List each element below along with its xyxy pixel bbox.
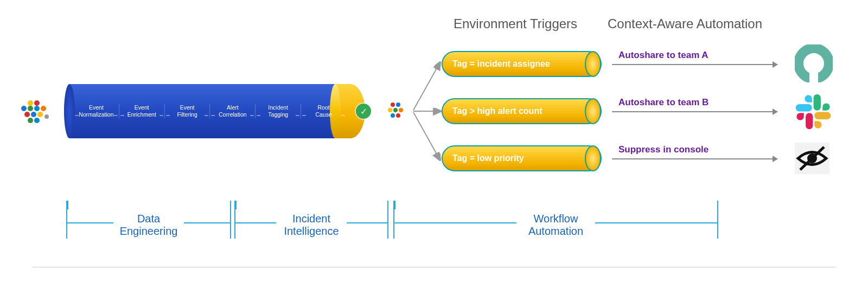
svg-point-9	[28, 118, 33, 123]
bracket-label: DataEngineering	[67, 213, 230, 238]
trigger-label: Tag = incident assignee	[452, 59, 550, 69]
pipeline-stage: EventNormalization	[74, 104, 119, 118]
action-arrow	[612, 158, 777, 159]
pipeline-stage: RootCause	[301, 104, 346, 118]
branch-arrows	[412, 52, 445, 171]
triggers-header: Environment Triggers	[454, 16, 577, 31]
bracket-incident-intelligence: IncidentIntelligence	[234, 201, 388, 239]
pipeline-stage: AlertCorrelation	[209, 104, 255, 118]
slack-icon	[795, 93, 832, 132]
eye-off-icon	[795, 143, 829, 176]
svg-point-17	[391, 113, 395, 118]
trigger-label: Tag > high alert count	[452, 106, 542, 116]
engineering-pipeline: EventNormalization EventEnrichment Event…	[64, 84, 346, 138]
action-label: Suppress in console	[618, 144, 765, 155]
svg-point-0	[28, 100, 33, 106]
svg-point-5	[41, 106, 46, 111]
action-arrow	[612, 111, 777, 112]
svg-point-6	[24, 112, 30, 117]
svg-point-18	[396, 113, 400, 118]
action-label: Autoshare to team A	[618, 50, 765, 61]
svg-point-16	[399, 108, 403, 112]
bigpanda-cluster-icon	[383, 98, 409, 124]
svg-point-11	[44, 114, 49, 119]
svg-point-15	[393, 108, 398, 112]
svg-point-12	[391, 103, 395, 107]
pipeline-stage: EventFiltering	[164, 104, 210, 118]
svg-point-14	[388, 108, 392, 112]
svg-point-10	[34, 118, 40, 123]
checkmark-icon: ✓	[356, 104, 371, 119]
svg-point-2	[21, 106, 27, 111]
svg-point-13	[396, 103, 400, 107]
bracket-label: WorkflowAutomation	[394, 213, 717, 238]
svg-point-8	[37, 112, 43, 117]
action-label: Autoshare to team B	[618, 97, 765, 108]
trigger-tube: Tag = low priority	[442, 145, 602, 171]
bigpanda-cluster-icon	[16, 98, 54, 127]
bracket-data-engineering: DataEngineering	[66, 201, 231, 239]
action-arrow	[612, 64, 777, 65]
pipeline-stage: EventEnrichment	[119, 104, 164, 118]
bracket-label: IncidentIntelligence	[235, 213, 387, 238]
donut-icon	[795, 44, 833, 85]
svg-point-4	[34, 106, 40, 111]
automation-header: Context-Aware Automation	[608, 16, 762, 31]
divider	[33, 267, 835, 267]
trigger-label: Tag = low priority	[452, 153, 524, 163]
svg-point-1	[34, 100, 40, 106]
bracket-workflow-automation: WorkflowAutomation	[393, 201, 718, 239]
svg-point-3	[28, 106, 33, 111]
trigger-tube: Tag > high alert count	[442, 98, 602, 124]
pipeline-stage: IncidentTagging	[255, 104, 301, 118]
svg-rect-20	[809, 73, 818, 82]
svg-point-7	[31, 112, 36, 117]
trigger-tube: Tag = incident assignee	[442, 51, 602, 77]
